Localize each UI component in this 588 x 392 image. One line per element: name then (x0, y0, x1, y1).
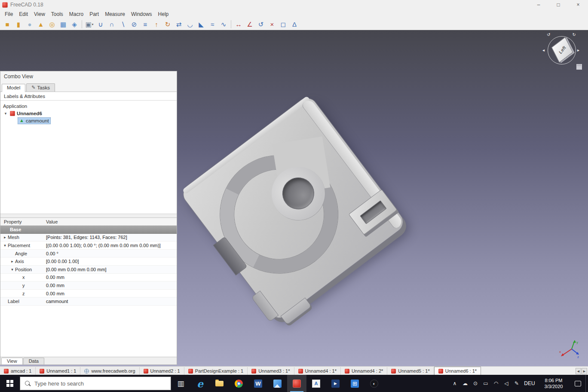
prop-row-mesh[interactable]: ▸Mesh[Points: 381, Edges: 1143, Faces: 7… (0, 234, 177, 242)
rotate-ccw-icon[interactable]: ↺ (547, 33, 550, 37)
part-mirror-icon[interactable]: ⇄ (173, 19, 184, 30)
prop-row-placement[interactable]: ▾Placement[(0.00 0.00 1.00); 0.00 °; (0.… (0, 242, 177, 250)
menu-file[interactable]: File (2, 10, 16, 18)
measure-linear-icon[interactable]: ↔ (233, 19, 244, 30)
prop-row-angle[interactable]: Angle0.00 ° (0, 250, 177, 258)
word-app-icon[interactable]: W (248, 375, 268, 392)
measure-toggle-delta-icon[interactable]: Δ (289, 19, 300, 30)
mdi-tab-unnamed1-1[interactable]: Unnamed1 : 1 (36, 367, 80, 375)
mdi-tab-unnamed4-2[interactable]: Unnamed4 : 2* (341, 367, 387, 375)
menu-edit[interactable]: Edit (16, 10, 31, 18)
measure-angular-icon[interactable]: ∠ (244, 19, 255, 30)
expander-axis[interactable]: ▸ (9, 259, 15, 263)
menu-windows[interactable]: Windows (128, 10, 155, 18)
menu-view[interactable]: View (31, 10, 48, 18)
combo-tab-tasks[interactable]: ✎Tasks (26, 83, 55, 92)
prop-row-y[interactable]: y0.00 mm (0, 282, 177, 290)
navcube-right-arrow-icon[interactable]: ▸ (577, 48, 579, 52)
language-indicator[interactable]: DEU (522, 375, 537, 392)
expander-position[interactable]: ▾ (9, 267, 15, 272)
part-torus-icon[interactable]: ◎ (46, 19, 58, 30)
network-icon[interactable]: ◠ (491, 375, 501, 392)
store-app-icon[interactable]: ⊞ (345, 375, 364, 392)
mdi-tab-www-freecadweb-org[interactable]: www.freecadweb.org (80, 367, 139, 375)
tree-item-cammount[interactable]: ▲ cammount (0, 117, 177, 124)
part-sweep-icon[interactable]: ∿ (218, 19, 229, 30)
start-button[interactable] (0, 375, 20, 392)
battery-icon[interactable]: ▭ (481, 375, 491, 392)
mdi-tab-unnamed5-1[interactable]: Unnamed5 : 1* (387, 367, 434, 375)
rotate-cw-icon[interactable]: ↻ (573, 33, 576, 37)
part-sphere-icon[interactable]: ● (24, 19, 35, 30)
menu-macro[interactable]: Macro (66, 10, 86, 18)
action-center-button[interactable] (570, 375, 585, 392)
part-cross-sections-icon[interactable]: ≡ (140, 19, 151, 30)
prop-row-z[interactable]: z0.00 mm (0, 290, 177, 298)
combo-bottom-tab-data[interactable]: Data (23, 358, 44, 364)
task-view-button[interactable]: ▥ (171, 375, 190, 392)
expander-mesh[interactable]: ▸ (2, 235, 8, 239)
search-box[interactable] (20, 377, 171, 390)
meet-now-icon[interactable]: ⊙ (470, 375, 481, 392)
measure-clear-icon[interactable]: × (266, 19, 278, 30)
prop-row-x[interactable]: x0.00 mm (0, 274, 177, 282)
mdi-scroll-right-button[interactable]: ▶ (582, 368, 587, 374)
part-section-icon[interactable]: ⊘ (129, 19, 140, 30)
clock[interactable]: 8:06 PM 3/3/2020 (537, 375, 570, 392)
close-button[interactable]: × (568, 0, 588, 9)
photo-viewer-app-icon[interactable]: A (306, 375, 326, 392)
panel-splitter[interactable] (0, 214, 177, 217)
navcube-left-arrow-icon[interactable]: ◂ (542, 48, 545, 52)
pen-icon[interactable]: ✎ (511, 375, 522, 392)
menu-part[interactable]: Part (86, 10, 102, 18)
part-chamfer-icon[interactable]: ◣ (196, 19, 207, 30)
mdi-tab-unnamed4-1[interactable]: Unnamed4 : 1* (294, 367, 341, 375)
tree-expander-icon[interactable]: ▾ (3, 111, 8, 116)
part-box-icon[interactable]: ■ (2, 19, 13, 30)
menu-measure[interactable]: Measure (102, 10, 128, 18)
prop-row-label[interactable]: Labelcammount (0, 297, 177, 306)
tray-expand-icon[interactable]: ∧ (450, 375, 460, 392)
tree-item-unnamed6[interactable]: ▾ Unnamed6 (0, 110, 177, 117)
mdi-tab-amcad-1[interactable]: amcad : 1 (0, 367, 36, 375)
freecad-app-icon[interactable] (287, 375, 306, 392)
selected-tree-item[interactable]: ▲ cammount (18, 117, 51, 124)
part-primitives-icon[interactable]: ▦ (58, 19, 69, 30)
navcube-menu-icon[interactable] (576, 64, 582, 70)
part-fillet-icon[interactable]: ◡ (184, 19, 196, 30)
mdi-tab-unnamed2-1[interactable]: Unnamed2 : 1 (140, 367, 184, 375)
combo-tab-model[interactable]: Model (2, 84, 25, 92)
measure-refresh-icon[interactable]: ↺ (255, 19, 266, 30)
part-revolve-icon[interactable]: ↻ (162, 19, 173, 30)
part-extrude-icon[interactable]: ↑ (151, 19, 162, 30)
photos-app-icon[interactable] (268, 375, 287, 392)
tree-root-application[interactable]: Application (0, 102, 177, 110)
menu-tools[interactable]: Tools (48, 10, 66, 18)
prop-row-axis[interactable]: ▸Axis[0.00 0.00 1.00] (0, 257, 177, 266)
mdi-tab-unnamed6-1[interactable]: Unnamed6 : 1* (434, 367, 481, 375)
navigation-cube[interactable]: ↺ ↻ ◂ ▸ Left (542, 34, 583, 70)
expander-placement[interactable]: ▾ (2, 243, 8, 248)
part-loft-icon[interactable]: ≈ (207, 19, 218, 30)
part-boolean-common-icon[interactable]: ∩ (106, 19, 117, 30)
part-shapebuilder-icon[interactable]: ◈ (69, 19, 80, 30)
mdi-tab-unnamed3-1[interactable]: Unnamed3 : 1* (248, 367, 294, 375)
part-cylinder-icon[interactable]: ▮ (13, 19, 24, 30)
maximize-button[interactable]: □ (548, 0, 568, 9)
part-cone-icon[interactable]: ▲ (35, 19, 46, 30)
file-explorer-app-icon[interactable] (210, 375, 229, 392)
3d-part-cammount[interactable] (179, 94, 407, 322)
mdi-tab-partdesignexample-1[interactable]: PartDesignExample : 1 (184, 367, 248, 375)
part-compound-icon[interactable]: ▣▾ (84, 19, 95, 30)
measure-toggle-3d-icon[interactable]: ◻ (278, 19, 289, 30)
mdi-scroll-left-button[interactable]: ◀ (576, 368, 581, 374)
movies-app-icon[interactable]: ▶ (326, 375, 345, 392)
menu-help[interactable]: Help (155, 10, 172, 18)
search-input[interactable] (34, 380, 155, 387)
dark-circle-app-icon[interactable]: ◐ (364, 375, 384, 392)
chrome-app-icon[interactable] (229, 375, 248, 392)
onedrive-icon[interactable]: ☁ (460, 375, 470, 392)
prop-row-base[interactable]: Base (0, 226, 177, 234)
prop-row-position[interactable]: ▾Position[0.00 mm 0.00 mm 0.00 mm] (0, 266, 177, 274)
show-desktop-button[interactable] (585, 375, 588, 392)
